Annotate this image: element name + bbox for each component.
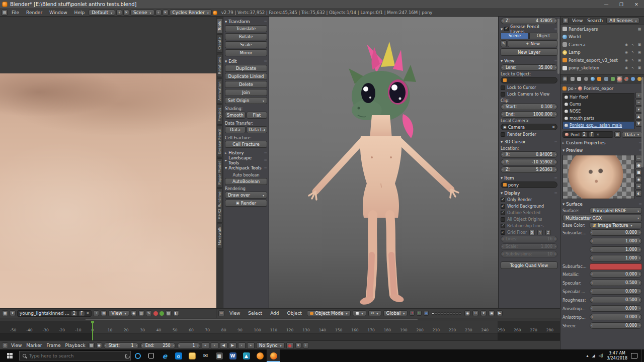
render-opengl-icon[interactable]: ▣ [489, 310, 495, 316]
anisotropic-rotation-field[interactable]: 0.000 [590, 314, 642, 320]
properties-editor-type-icon[interactable]: ▤ [562, 76, 568, 82]
minimize-button[interactable]: — [599, 0, 614, 9]
lock-range-icon[interactable]: ◉ [96, 342, 102, 348]
material-users-count[interactable]: 2 [582, 132, 587, 137]
frame-start-field[interactable]: Start:1 [104, 342, 139, 349]
landscape-panel-header[interactable]: Landscape Tools [225, 156, 267, 164]
relationship-lines-checkbox[interactable]: Relationship Lines [501, 223, 557, 229]
paint-mode-icon[interactable]: ✎ [146, 310, 152, 316]
axis-x-toggle[interactable]: X [529, 230, 535, 235]
lock-camera-checkbox[interactable]: Lock Camera to View [501, 91, 557, 98]
transform-tool-button[interactable]: Scale [225, 41, 267, 48]
jump-next-keyframe-button[interactable]: › [238, 342, 246, 349]
add-layout-button[interactable]: ＋ [116, 10, 122, 16]
cell-fracture-button[interactable]: Cell Fracture [225, 141, 267, 148]
green-channel-icon[interactable] [159, 311, 164, 316]
base-color-dropdown[interactable]: Image Texture [590, 222, 642, 228]
sheen-field[interactable]: 0.000 [590, 322, 642, 329]
tab-tools[interactable]: Tools [217, 18, 223, 33]
start-button[interactable] [0, 349, 19, 362]
outliner-row-pony-skeleton[interactable]: pony_skeleton ◉ ↖ ▣ [560, 64, 644, 72]
current-frame-field[interactable]: 1 [177, 342, 200, 349]
tab-makewalk[interactable]: Makewalk [217, 224, 223, 248]
outliner-row-camera[interactable]: Camera ◉ ↖ ▣ [560, 41, 644, 49]
lock-to-cursor-checkbox[interactable]: Lock to Cursor [501, 84, 557, 91]
new-image-button[interactable]: ＋ [93, 310, 99, 316]
timeline-ruler[interactable]: -50-40-30-20-100102030405060708090100110… [0, 321, 560, 333]
jump-to-start-button[interactable]: « [202, 342, 209, 349]
sync-mode-dropdown[interactable]: No Sync [256, 342, 285, 348]
mic-icon[interactable] [125, 354, 127, 357]
subsurface-color-swatch[interactable] [590, 263, 642, 270]
clear-icon[interactable]: ✕ [552, 125, 555, 129]
shading-selector[interactable] [353, 310, 366, 316]
play-reverse-button[interactable]: ◀ [220, 342, 227, 349]
tab-relations[interactable]: Relations [217, 54, 223, 77]
outline-selected-checkbox[interactable]: Outline Selected [501, 210, 557, 216]
all-object-origins-checkbox[interactable]: All Object Origins [501, 216, 557, 223]
pivot-selector[interactable]: ⊙ [368, 310, 381, 316]
custom-properties-panel-header[interactable]: Custom Properties [562, 139, 642, 146]
timeline-menu-view[interactable]: View [10, 343, 23, 348]
only-render-checkbox[interactable]: Only Render [501, 197, 557, 203]
anisotropic-field[interactable]: 0.000 [590, 305, 642, 312]
remove-scene-button[interactable]: ✕ [163, 10, 169, 16]
tab-create[interactable]: Create [217, 34, 223, 53]
restrict-render-icon[interactable]: ▣ [637, 58, 642, 62]
uv-mode-icon[interactable]: ▥ [138, 310, 144, 316]
layers-widget[interactable] [432, 312, 461, 315]
screen-layout-selector[interactable]: Default [89, 10, 115, 16]
nodes-icon[interactable]: ⊟ [614, 131, 621, 138]
outliner-scope-selector[interactable]: All Scenes [606, 18, 639, 24]
subsurface-field[interactable]: 0.000 [590, 229, 642, 236]
restrict-render-icon[interactable]: ▣ [637, 66, 642, 70]
record-button[interactable]: ● [286, 342, 294, 349]
gp-new-button[interactable]: ＋New [508, 40, 557, 47]
breadcrumb-material[interactable]: Ponlets_expor [584, 86, 613, 91]
n-panel-scrollbar[interactable] [557, 19, 559, 74]
data-layout-button[interactable]: Data La [247, 126, 267, 133]
image-users-count[interactable]: 2 [71, 311, 77, 316]
notification-center-icon[interactable] [631, 353, 637, 358]
snap-uv-icon[interactable]: ◧ [173, 310, 179, 316]
grease-pencil-panel-header[interactable]: Grease Pencil Layers [501, 25, 557, 33]
tray-chevron-up-icon[interactable]: ▴ [587, 353, 589, 358]
scale-manipulator-icon[interactable]: ▣ [424, 311, 429, 316]
tab-physics[interactable]: Physics [217, 105, 223, 125]
data-button[interactable]: Data [225, 126, 246, 133]
remove-layout-button[interactable]: ✕ [123, 10, 129, 16]
grid-floor-checkbox[interactable]: Grid Floor X Y Z [501, 229, 557, 236]
restrict-view-icon[interactable]: ◉ [624, 58, 629, 62]
render-engine-selector[interactable]: Cycles Render [170, 10, 212, 16]
fake-user-button[interactable]: F [79, 311, 85, 316]
snap-element-dropdown[interactable]: ▾ [480, 310, 487, 316]
autoboolean-button[interactable]: AutoBoolean [225, 178, 267, 185]
subsurface-radius-x-field[interactable]: 1.000 [590, 238, 642, 244]
menu-file[interactable]: File [9, 10, 22, 15]
search-input[interactable] [29, 353, 110, 358]
grid-subdivisions-field[interactable]: Subdivisions:10 [501, 251, 557, 257]
transform-panel-header[interactable]: Transform [225, 18, 267, 25]
subsurface-radius-y-field[interactable]: 1.000 [590, 246, 642, 253]
unlink-image-icon[interactable]: ✕ [87, 311, 90, 315]
distribution-dropdown[interactable]: Multiscatter GGX [562, 215, 642, 221]
timeline-menu-playback[interactable]: Playback [64, 343, 87, 348]
roughness-field[interactable]: 0.500 [590, 297, 642, 303]
axis-y-toggle[interactable]: Y [537, 230, 543, 235]
lock-icon[interactable]: ◉ [464, 310, 470, 316]
restrict-select-icon[interactable]: ↖ [630, 66, 635, 70]
tab-paper-model[interactable]: Paper Model [217, 158, 223, 188]
render-button[interactable]: ▣Render [225, 200, 267, 207]
set-origin-dropdown[interactable]: Set Origin [225, 97, 267, 104]
restrict-view-icon[interactable]: ◉ [624, 43, 629, 47]
image-editor-type-icon[interactable]: ▦ [2, 310, 8, 316]
item-name-field[interactable]: pony [501, 182, 557, 188]
restrict-render-icon[interactable]: ▣ [637, 43, 642, 47]
clip-start-field[interactable]: Start:0.100 [501, 104, 557, 110]
axis-z-toggle[interactable]: Z [545, 230, 551, 235]
restrict-view-icon[interactable]: ◉ [624, 66, 629, 70]
edge-icon[interactable]: e [158, 349, 172, 362]
surface-shader-dropdown[interactable]: Principled BSDF [590, 208, 642, 214]
render-border-checkbox[interactable]: Render Border [501, 131, 557, 138]
outliner-row-renderlayers[interactable]: RenderLayers ▦ [560, 25, 644, 33]
